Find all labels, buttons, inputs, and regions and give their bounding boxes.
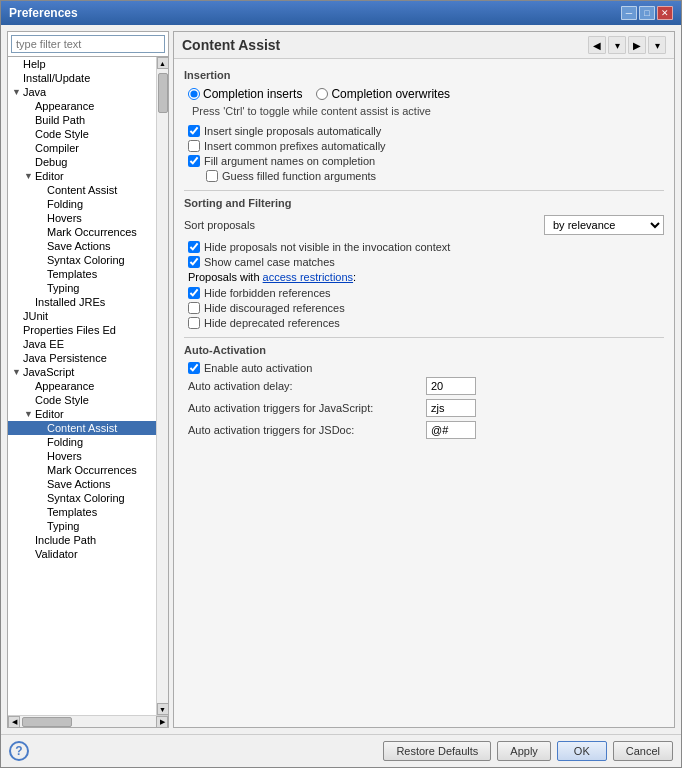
checkbox-guess-input[interactable] <box>206 170 218 182</box>
tree-item-installed-jres[interactable]: Installed JREs <box>8 295 156 309</box>
cancel-button[interactable]: Cancel <box>613 741 673 761</box>
menu-icon[interactable]: ▾ <box>648 36 666 54</box>
tree-item-hovers-js[interactable]: Hovers <box>8 449 156 463</box>
horizontal-scrollbar[interactable]: ◀ ▶ <box>8 715 168 727</box>
tree-item-java[interactable]: ▼Java <box>8 85 156 99</box>
tree-item-code-style-js[interactable]: Code Style <box>8 393 156 407</box>
access-restrictions-link[interactable]: access restrictions <box>263 271 353 283</box>
tree-item-code-style[interactable]: Code Style <box>8 127 156 141</box>
radio-inserts-input[interactable] <box>188 88 200 100</box>
tree-label-syntax-coloring-js: Syntax Coloring <box>46 492 125 504</box>
tree-label-installed-jres: Installed JREs <box>34 296 105 308</box>
tree-label-hovers-java: Hovers <box>46 212 82 224</box>
tree-item-help[interactable]: Help <box>8 57 156 71</box>
completion-radio-group: Completion inserts Completion overwrites <box>188 87 664 101</box>
tree-item-hovers-java[interactable]: Hovers <box>8 211 156 225</box>
trigger-js-input[interactable] <box>426 399 476 417</box>
help-button[interactable]: ? <box>9 741 29 761</box>
radio-inserts[interactable]: Completion inserts <box>188 87 302 101</box>
vertical-scrollbar[interactable]: ▲ ▼ <box>156 57 168 715</box>
tree-item-build-path[interactable]: Build Path <box>8 113 156 127</box>
checkbox-hide-not-visible-input[interactable] <box>188 241 200 253</box>
tree-item-syntax-coloring-java[interactable]: Syntax Coloring <box>8 253 156 267</box>
auto-activation-section-label: Auto-Activation <box>184 344 664 356</box>
checkbox-fill-args-input[interactable] <box>188 155 200 167</box>
tree-item-typing-java[interactable]: Typing <box>8 281 156 295</box>
tree-item-validator[interactable]: Validator <box>8 547 156 561</box>
tree-label-folding-js: Folding <box>46 436 83 448</box>
tree-item-mark-occurrences-java[interactable]: Mark Occurrences <box>8 225 156 239</box>
checkbox-hide-not-visible: Hide proposals not visible in the invoca… <box>188 241 664 253</box>
tree-item-junit[interactable]: JUnit <box>8 309 156 323</box>
checkbox-show-camel-input[interactable] <box>188 256 200 268</box>
tree-item-templates-java[interactable]: Templates <box>8 267 156 281</box>
tree-item-java-persistence[interactable]: Java Persistence <box>8 351 156 365</box>
tree-item-editor-js[interactable]: ▼Editor <box>8 407 156 421</box>
tree-item-typing-js[interactable]: Typing <box>8 519 156 533</box>
tree-item-content-assist-js[interactable]: Content Assist <box>8 421 156 435</box>
checkbox-hide-deprecated-label: Hide deprecated references <box>204 317 340 329</box>
tree-label-install-update: Install/Update <box>22 72 90 84</box>
checkbox-hide-deprecated-input[interactable] <box>188 317 200 329</box>
right-header: Content Assist ◀ ▾ ▶ ▾ <box>174 32 674 59</box>
checkbox-enable-auto-input[interactable] <box>188 362 200 374</box>
tree-item-folding-js[interactable]: Folding <box>8 435 156 449</box>
checkbox-hide-forbidden-input[interactable] <box>188 287 200 299</box>
filter-box <box>8 32 168 57</box>
scroll-up-button[interactable]: ▲ <box>157 57 169 69</box>
scrollbar-thumb[interactable] <box>158 73 168 113</box>
sort-proposals-select[interactable]: by relevance alphabetically <box>544 215 664 235</box>
minimize-button[interactable]: ─ <box>621 6 637 20</box>
filter-input[interactable] <box>11 35 165 53</box>
checkbox-show-camel-label: Show camel case matches <box>204 256 335 268</box>
apply-button[interactable]: Apply <box>497 741 551 761</box>
tree-item-folding-java[interactable]: Folding <box>8 197 156 211</box>
tree-item-templates-js[interactable]: Templates <box>8 505 156 519</box>
tree-item-compiler[interactable]: Compiler <box>8 141 156 155</box>
tree-item-content-assist-java[interactable]: Content Assist <box>8 183 156 197</box>
close-button[interactable]: ✕ <box>657 6 673 20</box>
hscroll-thumb[interactable] <box>22 717 72 727</box>
checkbox-common-input[interactable] <box>188 140 200 152</box>
tree-item-syntax-coloring-js[interactable]: Syntax Coloring <box>8 491 156 505</box>
tree-label-content-assist-js: Content Assist <box>46 422 117 434</box>
tree-label-include-path: Include Path <box>34 534 96 546</box>
tree-item-mark-occurrences-js[interactable]: Mark Occurrences <box>8 463 156 477</box>
tree-item-appearance[interactable]: Appearance <box>8 99 156 113</box>
tree-item-save-actions-js[interactable]: Save Actions <box>8 477 156 491</box>
trigger-jsdoc-row: Auto activation triggers for JSDoc: <box>188 421 664 439</box>
tree-item-editor[interactable]: ▼Editor <box>8 169 156 183</box>
restore-defaults-button[interactable]: Restore Defaults <box>383 741 491 761</box>
delay-input[interactable] <box>426 377 476 395</box>
ok-button[interactable]: OK <box>557 741 607 761</box>
tree-item-save-actions-java[interactable]: Save Actions <box>8 239 156 253</box>
tree-item-javascript[interactable]: ▼JavaScript <box>8 365 156 379</box>
sorting-section-label: Sorting and Filtering <box>184 197 664 209</box>
tree-label-save-actions-java: Save Actions <box>46 240 111 252</box>
radio-overwrites-input[interactable] <box>316 88 328 100</box>
proposals-with-suffix: : <box>353 271 356 283</box>
bottom-bar: ? Restore Defaults Apply OK Cancel <box>1 734 681 767</box>
tree-item-properties-files-ed[interactable]: Properties Files Ed <box>8 323 156 337</box>
tree-arrow-java: ▼ <box>12 87 22 97</box>
forward-icon[interactable]: ▶ <box>628 36 646 54</box>
tree-item-debug[interactable]: Debug <box>8 155 156 169</box>
maximize-button[interactable]: □ <box>639 6 655 20</box>
checkbox-enable-auto: Enable auto activation <box>188 362 664 374</box>
hscroll-left-button[interactable]: ◀ <box>8 716 20 728</box>
tree-item-install-update[interactable]: Install/Update <box>8 71 156 85</box>
hscroll-right-button[interactable]: ▶ <box>156 716 168 728</box>
trigger-jsdoc-input[interactable] <box>426 421 476 439</box>
dropdown-icon[interactable]: ▾ <box>608 36 626 54</box>
scroll-down-button[interactable]: ▼ <box>157 703 169 715</box>
radio-overwrites[interactable]: Completion overwrites <box>316 87 450 101</box>
back-icon[interactable]: ◀ <box>588 36 606 54</box>
checkbox-single-input[interactable] <box>188 125 200 137</box>
tree-item-java-ee[interactable]: Java EE <box>8 337 156 351</box>
tree-item-include-path[interactable]: Include Path <box>8 533 156 547</box>
tree-label-editor-js: Editor <box>34 408 64 420</box>
checkbox-hide-forbidden: Hide forbidden references <box>188 287 664 299</box>
tree-item-appearance-js[interactable]: Appearance <box>8 379 156 393</box>
checkbox-hide-discouraged-input[interactable] <box>188 302 200 314</box>
checkbox-hide-forbidden-label: Hide forbidden references <box>204 287 331 299</box>
